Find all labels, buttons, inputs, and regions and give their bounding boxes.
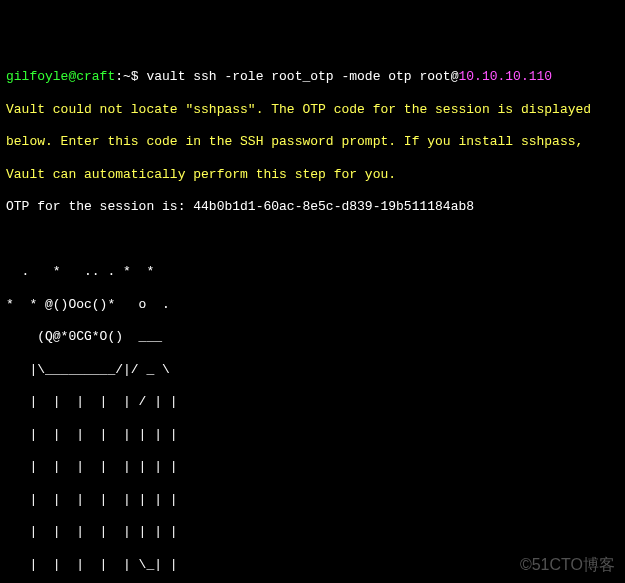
ascii-art: | | | | | / | |	[6, 394, 619, 410]
prompt-userhost: gilfoyle@craft	[6, 69, 115, 84]
command-text: vault ssh -role root_otp -mode otp root@	[139, 69, 459, 84]
ascii-art: (Q@*0CG*O() ___	[6, 329, 619, 345]
ascii-art: | | | | | | | |	[6, 427, 619, 443]
warning-line: Vault could not locate "sshpass". The OT…	[6, 102, 619, 118]
ascii-art: | | | | | | | |	[6, 492, 619, 508]
ip-address: 10.10.10.110	[458, 69, 552, 84]
ascii-art: * * @()Ooc()* o .	[6, 297, 619, 313]
watermark: ©51CTO博客	[520, 555, 615, 575]
ascii-art: | | | | | | | |	[6, 459, 619, 475]
terminal-line-1: gilfoyle@craft:~$ vault ssh -role root_o…	[6, 69, 619, 85]
ascii-art: . * .. . * *	[6, 264, 619, 280]
warning-line: below. Enter this code in the SSH passwo…	[6, 134, 619, 150]
warning-line: Vault can automatically perform this ste…	[6, 167, 619, 183]
ascii-art: |\_________/|/ _ \	[6, 362, 619, 378]
otp-line: OTP for the session is: 44b0b1d1-60ac-8e…	[6, 199, 619, 215]
ascii-art: | | | | | | | |	[6, 524, 619, 540]
